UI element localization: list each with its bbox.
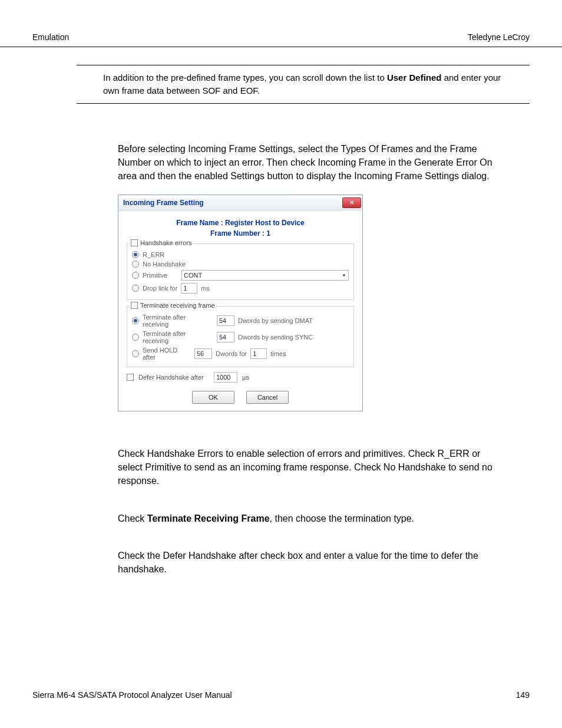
droplink-input[interactable]: [181, 283, 197, 294]
terminate-dmat-input[interactable]: [217, 315, 234, 326]
footer-page-number: 149: [516, 690, 530, 700]
send-hold-radio[interactable]: [132, 350, 139, 357]
close-icon: ✕: [349, 199, 354, 206]
terminate-group: Terminate receiving frame Terminate afte…: [127, 306, 354, 367]
page-content: In addition to the pre-defined frame typ…: [0, 65, 562, 576]
handshake-legend-text: Handshake errors: [140, 239, 191, 246]
intro-bold: User Defined: [387, 73, 442, 83]
incoming-frame-setting-dialog: Incoming Frame Setting ✕ Frame Name : Re…: [118, 195, 363, 411]
primitive-dropdown[interactable]: CONT ▼: [181, 270, 349, 281]
intro-block: In addition to the pre-defined frame typ…: [77, 65, 530, 104]
paragraph-1: Before selecting Incoming Frame Settings…: [118, 142, 503, 183]
defer-unit: µs: [242, 374, 249, 381]
dialog-titlebar: Incoming Frame Setting ✕: [118, 195, 362, 210]
para3-bold: Terminate Receiving Frame: [147, 513, 270, 523]
send-hold-input2[interactable]: [250, 348, 267, 359]
defer-checkbox[interactable]: [127, 374, 134, 381]
terminate-sync-suffix: Dwords by sending SYNC: [238, 334, 313, 341]
para3-post: , then choose the termination type.: [270, 513, 414, 523]
terminate-checkbox[interactable]: [131, 302, 138, 309]
page-footer: Sierra M6-4 SAS/SATA Protocol Analyzer U…: [32, 690, 530, 700]
frame-name-value: Register Host to Device: [225, 219, 305, 227]
frame-name-label: Frame Name :: [176, 219, 223, 227]
terminate-dmat-radio[interactable]: [132, 317, 139, 324]
send-hold-label: Send HOLD after: [143, 347, 191, 361]
defer-row: Defer Handshake after µs: [127, 372, 354, 383]
close-button[interactable]: ✕: [342, 197, 361, 208]
primitive-label: Primitive: [143, 272, 178, 279]
footer-left: Sierra M6-4 SAS/SATA Protocol Analyzer U…: [32, 690, 232, 700]
send-hold-mid: Dwords for: [216, 350, 247, 357]
dialog-body: Frame Name : Register Host to Device Fra…: [118, 210, 362, 411]
header-left: Emulation: [32, 32, 69, 42]
droplink-label: Drop link for: [143, 285, 177, 292]
defer-label: Defer Handshake after: [138, 374, 209, 381]
terminate-sync-label: Terminate after receiving: [143, 330, 213, 344]
header-right: Teledyne LeCroy: [468, 32, 530, 42]
terminate-legend: Terminate receiving frame: [130, 302, 216, 309]
primitive-radio[interactable]: [132, 272, 139, 279]
chevron-down-icon: ▼: [342, 273, 346, 278]
terminate-dmat-label: Terminate after receiving: [143, 314, 213, 328]
paragraph-2: Check Handshake Errors to enable selecti…: [118, 447, 503, 488]
terminate-legend-text: Terminate receiving frame: [140, 302, 215, 309]
terminate-sync-radio[interactable]: [132, 334, 139, 341]
dialog-buttons: OK Cancel: [124, 391, 356, 404]
handshake-errors-group: Handshake errors R_ERR No Handshake Prim…: [127, 243, 354, 300]
dialog-title: Incoming Frame Setting: [123, 199, 204, 207]
defer-input[interactable]: [214, 372, 237, 383]
r-err-radio[interactable]: [132, 251, 139, 258]
send-hold-input1[interactable]: [194, 348, 212, 359]
terminate-sync-input[interactable]: [217, 332, 234, 342]
no-handshake-label: No Handshake: [143, 261, 186, 268]
intro-pre: In addition to the pre-defined frame typ…: [103, 73, 387, 83]
para3-pre: Check: [118, 513, 147, 523]
terminate-dmat-suffix: Dwords by sending DMAT: [238, 317, 313, 324]
frame-info: Frame Name : Register Host to Device Fra…: [124, 219, 356, 238]
cancel-button[interactable]: Cancel: [246, 391, 289, 404]
no-handshake-radio[interactable]: [132, 261, 139, 268]
paragraph-3: Check Terminate Receiving Frame, then ch…: [118, 512, 503, 525]
primitive-value: CONT: [184, 272, 202, 279]
frame-number-label: Frame Number :: [210, 229, 265, 238]
ok-button[interactable]: OK: [192, 391, 234, 404]
handshake-errors-checkbox[interactable]: [131, 239, 138, 246]
send-hold-suffix: times: [270, 350, 286, 357]
droplink-radio[interactable]: [132, 285, 139, 292]
paragraph-4: Check the Defer Handshake after check bo…: [118, 549, 503, 576]
handshake-legend: Handshake errors: [130, 239, 193, 246]
droplink-unit: ms: [201, 285, 210, 292]
frame-number-value: 1: [266, 229, 270, 238]
r-err-label: R_ERR: [143, 251, 164, 258]
page-header: Emulation Teledyne LeCroy: [0, 0, 562, 47]
